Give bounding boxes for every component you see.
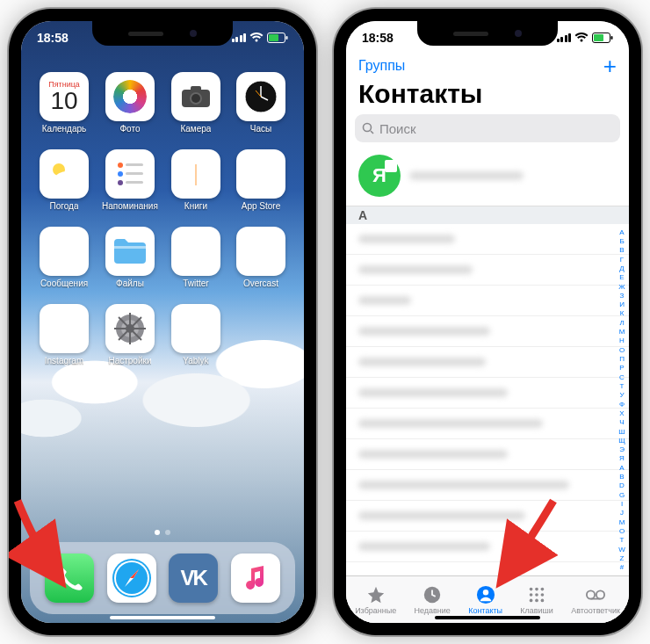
dock-safari[interactable] — [107, 554, 156, 603]
app-camera[interactable]: Камера — [169, 72, 223, 134]
app-photos[interactable]: Фото — [102, 72, 158, 134]
list-item[interactable] — [346, 255, 629, 286]
svg-point-50 — [530, 593, 533, 597]
wifi-icon — [249, 33, 264, 43]
my-card-row[interactable]: Я — [346, 149, 629, 206]
app-books[interactable]: Книги — [169, 149, 223, 211]
svg-line-43 — [371, 131, 373, 134]
vk-icon: VK — [181, 566, 206, 590]
list-item[interactable] — [346, 224, 629, 255]
svg-rect-21 — [114, 246, 146, 249]
nav-bar: Группы + — [346, 51, 629, 77]
list-item[interactable] — [346, 378, 629, 409]
clock-icon — [422, 585, 442, 604]
groups-button[interactable]: Группы — [358, 58, 405, 74]
list-item[interactable] — [346, 316, 629, 347]
svg-point-12 — [55, 171, 80, 185]
svg-point-25 — [58, 322, 70, 335]
star-icon — [366, 585, 386, 604]
battery-icon — [267, 33, 288, 43]
app-twitter[interactable]: Twitter — [169, 227, 223, 288]
page-title: Контакты — [346, 77, 629, 114]
app-yablyk[interactable]: ЯYablyk — [169, 304, 223, 365]
list-item[interactable] — [346, 439, 629, 470]
safari-icon — [111, 557, 153, 599]
svg-rect-16 — [126, 172, 143, 175]
dock-music[interactable] — [231, 554, 280, 603]
svg-point-20 — [50, 239, 78, 260]
status-right — [232, 33, 289, 43]
instagram-icon — [40, 304, 89, 353]
app-clock[interactable]: Часы — [234, 72, 288, 134]
svg-rect-1 — [269, 34, 278, 41]
svg-point-54 — [535, 598, 538, 602]
tab-keypad[interactable]: Клавиши — [520, 585, 553, 615]
my-name-blurred — [409, 171, 524, 180]
app-appstore[interactable]: App Store — [234, 149, 288, 211]
twitter-icon — [171, 227, 220, 276]
battery-icon — [592, 33, 613, 43]
notch — [92, 21, 233, 46]
svg-point-53 — [530, 598, 533, 602]
tab-recents[interactable]: Недавние — [415, 585, 451, 615]
app-weather[interactable]: Погода — [37, 149, 91, 211]
svg-point-57 — [596, 590, 604, 598]
svg-point-46 — [482, 590, 488, 595]
search-icon — [362, 122, 374, 134]
music-icon — [241, 563, 271, 593]
list-item[interactable] — [346, 409, 629, 439]
svg-point-42 — [364, 124, 372, 132]
index-rail[interactable]: АБВГДЕЖЗИКЛМНОПРСТУФХЧШЩЭЯABDGIJMOTWZ# — [616, 224, 628, 575]
app-reminders[interactable]: Напоминания — [102, 149, 158, 211]
app-grid: Пятница10Календарь Фото Камера Часы Пого… — [21, 72, 304, 365]
search-input[interactable]: Поиск — [355, 114, 620, 142]
camera-icon — [171, 72, 220, 121]
tab-favorites[interactable]: Избранные — [355, 585, 396, 615]
svg-point-51 — [535, 593, 538, 597]
app-files[interactable]: Файлы — [102, 227, 158, 288]
wifi-icon — [574, 33, 589, 43]
app-messages[interactable]: Сообщения — [37, 227, 91, 288]
list-item[interactable] — [346, 286, 629, 316]
weather-icon — [40, 149, 89, 199]
dock-vk[interactable]: VK — [169, 554, 218, 603]
add-contact-button[interactable]: + — [603, 54, 617, 77]
app-overcast[interactable]: Overcast — [234, 227, 288, 288]
app-calendar[interactable]: Пятница10Календарь — [37, 72, 91, 134]
my-avatar: Я — [358, 155, 401, 197]
messages-icon — [40, 227, 89, 276]
arrow-annotation-left — [9, 492, 88, 589]
signal-icon — [232, 33, 247, 42]
section-header: А — [346, 206, 629, 224]
notch — [417, 21, 558, 46]
svg-point-26 — [70, 319, 74, 322]
status-right — [557, 33, 614, 43]
svg-rect-14 — [126, 163, 143, 166]
svg-point-52 — [541, 593, 545, 597]
tab-contacts[interactable]: Контакты — [468, 585, 502, 615]
appstore-icon — [236, 149, 285, 199]
svg-rect-2 — [286, 36, 288, 40]
signal-icon — [557, 33, 572, 42]
status-time: 18:58 — [37, 31, 69, 45]
home-indicator[interactable] — [110, 616, 215, 619]
svg-point-15 — [118, 171, 123, 177]
arrow-annotation-right — [483, 492, 562, 589]
list-item[interactable] — [346, 347, 629, 378]
app-instagram[interactable]: Instagram — [37, 304, 91, 365]
tab-voicemail[interactable]: Автоответчик — [571, 585, 620, 615]
voicemail-icon — [586, 585, 605, 604]
home-indicator[interactable] — [435, 616, 540, 619]
search-placeholder: Поиск — [379, 121, 416, 136]
svg-rect-41 — [611, 36, 613, 40]
svg-rect-4 — [191, 86, 201, 91]
svg-point-13 — [118, 163, 123, 168]
overcast-icon — [236, 227, 285, 276]
reminders-icon — [105, 149, 155, 199]
files-icon — [105, 227, 155, 276]
app-settings[interactable]: Настройки — [102, 304, 158, 365]
svg-rect-18 — [126, 181, 143, 184]
svg-point-55 — [541, 598, 545, 602]
photos-icon — [105, 72, 155, 121]
svg-point-17 — [118, 180, 123, 185]
